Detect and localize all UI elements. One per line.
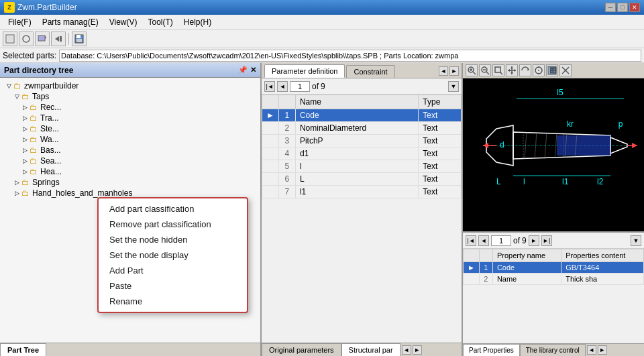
toolbar-btn-4[interactable] bbox=[51, 32, 66, 46]
zoom-in-btn[interactable] bbox=[466, 64, 478, 76]
toolbar-btn-2[interactable] bbox=[19, 32, 34, 46]
toggle-bas[interactable]: ▷ bbox=[21, 147, 28, 154]
bottom-nav-prev[interactable]: ◄ bbox=[402, 345, 411, 355]
row-num-3: 3 bbox=[278, 135, 295, 147]
page-current-input[interactable] bbox=[290, 81, 310, 92]
tree-item-bas[interactable]: ▷ 🗀 Bas... bbox=[3, 145, 258, 156]
menu-tool[interactable]: Tool(T) bbox=[143, 16, 178, 28]
tab-param-def[interactable]: Parameter definition bbox=[264, 64, 345, 78]
ctx-set-hidden[interactable]: Set the node hidden bbox=[99, 232, 247, 247]
svg-marker-20 bbox=[508, 69, 510, 72]
prop-nav-next[interactable]: ► bbox=[598, 345, 607, 355]
tree-item-rec[interactable]: ▷ 🗀 Rec... bbox=[3, 102, 258, 113]
table-row[interactable]: 2 NominalDiameterd Text bbox=[262, 122, 462, 135]
tree-item-springs[interactable]: ▷ 🗀 Springs bbox=[3, 177, 258, 188]
ctx-paste[interactable]: Paste bbox=[99, 278, 247, 294]
prop-th-content: Properties content bbox=[561, 249, 644, 262]
prop-scroll[interactable]: ▼ bbox=[631, 235, 641, 246]
ctx-add-part[interactable]: Add Part bbox=[99, 263, 247, 278]
tab-constraint[interactable]: Constraint bbox=[346, 65, 394, 78]
prop-page-prev[interactable]: ◄ bbox=[478, 235, 489, 246]
toggle-root[interactable]: ▽ bbox=[5, 82, 12, 89]
tree-item-root[interactable]: ▽ 🗀 zwmpartbuilder bbox=[3, 80, 258, 91]
zoom-out-btn[interactable] bbox=[479, 64, 491, 76]
menu-help[interactable]: Help(H) bbox=[178, 16, 217, 28]
ctx-set-display[interactable]: Set the node display bbox=[99, 247, 247, 263]
toggle-hand-holes[interactable]: ▷ bbox=[13, 190, 20, 196]
toggle-sea[interactable]: ▷ bbox=[21, 158, 28, 164]
view-more-2[interactable] bbox=[559, 64, 572, 76]
toggle-rec[interactable]: ▷ bbox=[21, 104, 28, 111]
table-row[interactable]: 5 l Text bbox=[262, 160, 462, 173]
ctx-remove-classification[interactable]: Remove part classification bbox=[99, 217, 247, 232]
prop-total: 9 bbox=[522, 236, 527, 245]
tab-nav-next[interactable]: ► bbox=[449, 66, 459, 76]
zoom-window-btn[interactable] bbox=[492, 64, 504, 76]
tab-nav-prev[interactable]: ◄ bbox=[439, 66, 448, 76]
tree-item-ste[interactable]: ▷ 🗀 Ste... bbox=[3, 123, 258, 134]
page-first[interactable]: |◄ bbox=[264, 81, 275, 92]
maximize-button[interactable]: □ bbox=[617, 3, 628, 12]
menu-view[interactable]: View(V) bbox=[104, 16, 143, 28]
toggle-hea[interactable]: ▷ bbox=[21, 168, 28, 175]
table-row[interactable]: 3 PitchP Text bbox=[262, 135, 462, 147]
tree-label-root: zwmpartbuilder bbox=[24, 81, 78, 91]
pan-btn[interactable] bbox=[506, 64, 518, 76]
page-scroll[interactable]: ▼ bbox=[448, 81, 459, 92]
prop-nav-prev[interactable]: ◄ bbox=[587, 345, 596, 355]
table-row[interactable]: 4 d1 Text bbox=[262, 147, 462, 160]
toggle-ste[interactable]: ▷ bbox=[21, 125, 28, 132]
tab-structural-params[interactable]: Structural par bbox=[341, 343, 400, 356]
tree-item-tra[interactable]: ▷ 🗀 Tra... bbox=[3, 113, 258, 123]
tab-original-params[interactable]: Original parameters bbox=[262, 343, 341, 356]
toolbar-btn-1[interactable] bbox=[3, 32, 17, 46]
panel-close-btn[interactable]: ✕ bbox=[250, 66, 256, 74]
tree-item-sea[interactable]: ▷ 🗀 Sea... bbox=[3, 156, 258, 166]
toggle-taps[interactable]: ▽ bbox=[13, 93, 20, 100]
cad-canvas: l5 kr p bbox=[463, 78, 644, 233]
minimize-button[interactable]: ─ bbox=[605, 3, 616, 12]
folder-icon-rec: 🗀 bbox=[28, 103, 39, 112]
tab-part-properties[interactable]: Part Properties bbox=[463, 344, 520, 356]
prop-table-row[interactable]: ► 1 Code GB/T3464 bbox=[464, 262, 644, 274]
table-row[interactable]: ► 1 Code Text bbox=[262, 109, 462, 122]
menu-parts[interactable]: Parts manag(E) bbox=[37, 16, 104, 28]
toggle-wa[interactable]: ▷ bbox=[21, 136, 28, 143]
prop-table-row[interactable]: 2 Name Thick sha bbox=[464, 274, 644, 285]
svg-text:l5: l5 bbox=[557, 88, 564, 97]
svg-line-17 bbox=[500, 72, 502, 74]
ctx-rename[interactable]: Rename bbox=[99, 294, 247, 309]
main-content: Part directory tree 📌 ✕ ▽ 🗀 zwmpartbuild… bbox=[0, 63, 644, 356]
prop-page-first[interactable]: |◄ bbox=[466, 235, 476, 246]
tab-part-tree[interactable]: Part Tree bbox=[0, 343, 46, 356]
table-row[interactable]: 6 L Text bbox=[262, 173, 462, 186]
tree-item-wa[interactable]: ▷ 🗀 Wa... bbox=[3, 134, 258, 145]
prop-row-content-1: GB/T3464 bbox=[561, 262, 644, 274]
tree-item-hea[interactable]: ▷ 🗀 Hea... bbox=[3, 166, 258, 177]
toolbar-save[interactable] bbox=[72, 32, 87, 46]
ctx-add-classification[interactable]: Add part classification bbox=[99, 201, 247, 217]
prop-row-name-2: Name bbox=[492, 274, 561, 285]
tree-item-taps[interactable]: ▽ 🗀 Taps bbox=[3, 91, 258, 102]
view-more-1[interactable]: ▦ bbox=[546, 64, 558, 76]
row-num-6: 6 bbox=[278, 173, 295, 186]
toggle-springs[interactable]: ▷ bbox=[13, 179, 20, 186]
prop-table[interactable]: Property name Properties content ► 1 Cod… bbox=[463, 249, 644, 343]
prop-page-input[interactable] bbox=[491, 235, 511, 246]
toggle-tra[interactable]: ▷ bbox=[21, 115, 28, 121]
table-row[interactable]: 7 l1 Text bbox=[262, 186, 462, 198]
pin-button[interactable]: 📌 bbox=[238, 66, 248, 74]
toolbar-btn-3[interactable] bbox=[35, 32, 50, 46]
page-prev[interactable]: ◄ bbox=[277, 81, 288, 92]
selected-path-input[interactable] bbox=[59, 50, 641, 62]
prop-page-last[interactable]: ►| bbox=[541, 235, 552, 246]
bottom-nav-next[interactable]: ► bbox=[413, 345, 422, 355]
param-table[interactable]: Name Type ► 1 Code Text 2 NominalDiamete… bbox=[262, 95, 462, 343]
rotate-btn[interactable] bbox=[519, 64, 531, 76]
tab-library-control[interactable]: The library control bbox=[520, 344, 586, 356]
menu-file[interactable]: File(F) bbox=[3, 16, 37, 28]
zoom-extents-btn[interactable] bbox=[533, 64, 545, 76]
prop-page-next[interactable]: ► bbox=[529, 235, 539, 246]
close-button[interactable]: ✕ bbox=[629, 3, 640, 12]
svg-text:d: d bbox=[500, 140, 504, 150]
